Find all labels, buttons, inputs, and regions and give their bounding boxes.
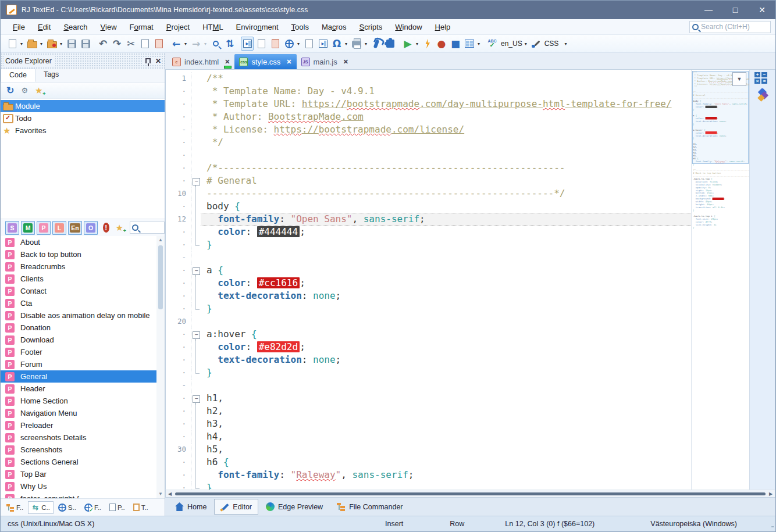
- code-line-31[interactable]: ·h6 {: [166, 456, 691, 469]
- code-line-30[interactable]: 30h5,: [166, 443, 691, 456]
- tree-item-todo[interactable]: Todo: [1, 112, 165, 124]
- editor-options-dropdown[interactable]: ▼: [732, 72, 746, 86]
- filter-s-button[interactable]: S: [5, 221, 19, 235]
- fold-toggle-icon[interactable]: [191, 328, 201, 341]
- menu-tools[interactable]: Tools: [285, 20, 315, 34]
- open-favorites-dropdown[interactable]: ▾: [58, 41, 64, 47]
- code-line-25[interactable]: -: [166, 379, 691, 392]
- spellcheck-language-dropdown[interactable]: ▾: [523, 41, 529, 47]
- document-tab-style-css[interactable]: cssstyle.css✕: [234, 54, 296, 69]
- hscrollbar-thumb[interactable]: [175, 492, 766, 495]
- code-line-9[interactable]: ·# General: [166, 174, 691, 187]
- view-tab-editor[interactable]: Editor: [214, 499, 258, 515]
- code-line-6[interactable]: · */: [166, 136, 691, 149]
- list-item[interactable]: PWhy Us: [1, 480, 165, 492]
- browser-preview-button[interactable]: [283, 37, 296, 51]
- code-line-2[interactable]: · * Template Name: Day - v4.9.1: [166, 85, 691, 98]
- close-button[interactable]: ✕: [749, 1, 775, 19]
- spellcheck-button[interactable]: ABC✓: [486, 37, 499, 51]
- code-line-23[interactable]: · text-decoration: none;: [166, 354, 691, 366]
- code-line-10[interactable]: 10--------------------------------------…: [166, 187, 691, 200]
- code-line-14[interactable]: ·}: [166, 238, 691, 251]
- browser-preview-dropdown[interactable]: ▾: [296, 41, 301, 47]
- code-line-19[interactable]: ·}: [166, 302, 691, 315]
- gear-icon[interactable]: ⚙: [21, 86, 28, 95]
- navigate-back-button[interactable]: ←: [170, 37, 183, 51]
- code-line-26[interactable]: ·h1,: [166, 392, 691, 405]
- stop-macro-button[interactable]: ■: [449, 37, 462, 51]
- scroll-up-icon[interactable]: ▲: [158, 236, 163, 244]
- list-item[interactable]: PDonation: [1, 322, 165, 334]
- list-item[interactable]: PCta: [1, 297, 165, 309]
- toggle-side-panel-button[interactable]: [241, 37, 254, 51]
- filter-en-button[interactable]: En: [68, 221, 82, 235]
- panel-tab-globe[interactable]: S..: [55, 501, 80, 514]
- scroll-down-icon[interactable]: ▼: [158, 490, 163, 498]
- menu-html[interactable]: HTML: [196, 20, 229, 34]
- document-tab-index-html[interactable]: eindex.html✕: [168, 54, 234, 69]
- view-tab-file-commander[interactable]: File Commander: [330, 499, 409, 515]
- code-line-22[interactable]: · color: #e82d2d;: [166, 341, 691, 354]
- scrollbar-thumb[interactable]: [158, 245, 163, 309]
- new-file-dropdown[interactable]: ▾: [19, 41, 24, 47]
- layout-grid-button[interactable]: [463, 37, 476, 51]
- section-search[interactable]: [130, 222, 165, 234]
- code-line-4[interactable]: · * Author: BootstrapMade.com: [166, 110, 691, 123]
- tab-tags[interactable]: Tags: [35, 69, 67, 82]
- caret-position-status[interactable]: Ln 12, Col 3 (0) f ($66=102): [499, 520, 645, 528]
- filter-l-button[interactable]: L: [52, 221, 66, 235]
- list-item[interactable]: PScreenshots: [1, 444, 165, 456]
- list-item[interactable]: PAbout: [1, 236, 165, 248]
- code-line-33[interactable]: ·}: [166, 481, 691, 490]
- code-line-16[interactable]: ·a {: [166, 264, 691, 277]
- redo-button[interactable]: ↷: [111, 37, 123, 51]
- new-file-button[interactable]: [6, 37, 19, 51]
- undo-button[interactable]: ↶: [97, 37, 109, 51]
- menu-environment[interactable]: Environment: [230, 20, 285, 34]
- preview-window-button[interactable]: [316, 37, 329, 51]
- code-line-7[interactable]: ·: [166, 149, 691, 162]
- open-file-button[interactable]: [26, 37, 38, 51]
- code-line-8[interactable]: ·/*-------------------------------------…: [166, 162, 691, 174]
- view-tab-home[interactable]: Home: [169, 499, 213, 515]
- record-macro-button[interactable]: ●: [435, 37, 448, 51]
- panel-tab-globe-check[interactable]: F..: [81, 501, 105, 514]
- quick-run-button[interactable]: [421, 37, 434, 51]
- code-line-24[interactable]: ·}: [166, 366, 691, 379]
- list-item[interactable]: PHome Section: [1, 395, 165, 407]
- tree-item-module[interactable]: Module: [1, 100, 165, 112]
- print-button[interactable]: [350, 37, 363, 51]
- minimize-button[interactable]: —: [695, 1, 722, 19]
- layout-grid-dropdown[interactable]: ▾: [476, 41, 482, 47]
- maximize-button[interactable]: □: [722, 1, 749, 19]
- list-item[interactable]: PSections General: [1, 456, 165, 468]
- close-tab-icon[interactable]: ✕: [286, 58, 291, 66]
- open-favorites-button[interactable]: [45, 37, 58, 51]
- menu-macros[interactable]: Macros: [315, 20, 353, 34]
- open-file-dropdown[interactable]: ▾: [38, 41, 44, 47]
- minimap[interactable]: /** * Template Name: Day - v4.9.1 * Temp…: [691, 70, 749, 490]
- code-line-3[interactable]: · * Template URL: https://bootstrapmade.…: [166, 98, 691, 110]
- tree-item-favorites[interactable]: Favorites: [1, 124, 165, 137]
- resize-grip[interactable]: [766, 520, 774, 528]
- fold-toggle-icon[interactable]: [191, 264, 201, 277]
- navigate-forward-button[interactable]: →: [190, 37, 202, 51]
- row-mode-status[interactable]: Row: [444, 520, 470, 528]
- document-tab-main-js[interactable]: JSmain.js✕: [297, 54, 353, 69]
- list-item[interactable]: PNavigation Menu: [1, 407, 165, 419]
- code-line-15[interactable]: -: [166, 251, 691, 264]
- insert-mode-status[interactable]: Insert: [379, 520, 409, 528]
- list-item[interactable]: PBack to top button: [1, 248, 165, 260]
- list-item[interactable]: PContact: [1, 285, 165, 297]
- list-item[interactable]: Pfooter .copyright {: [1, 492, 165, 498]
- menu-scripts[interactable]: Scripts: [353, 20, 389, 34]
- save-all-button[interactable]: [79, 37, 92, 51]
- code-line-13[interactable]: · color: #444444;: [166, 226, 691, 238]
- special-characters-button[interactable]: Ω: [330, 37, 343, 51]
- panel-tab-arrows[interactable]: ⇆C..: [28, 501, 54, 514]
- fold-toggle-icon[interactable]: [191, 392, 201, 405]
- syntax-highlighter-button[interactable]: [530, 37, 543, 51]
- list-item[interactable]: PDownload: [1, 334, 165, 346]
- preview-in-list-button[interactable]: [302, 37, 315, 51]
- code-line-21[interactable]: ·a:hover {: [166, 328, 691, 341]
